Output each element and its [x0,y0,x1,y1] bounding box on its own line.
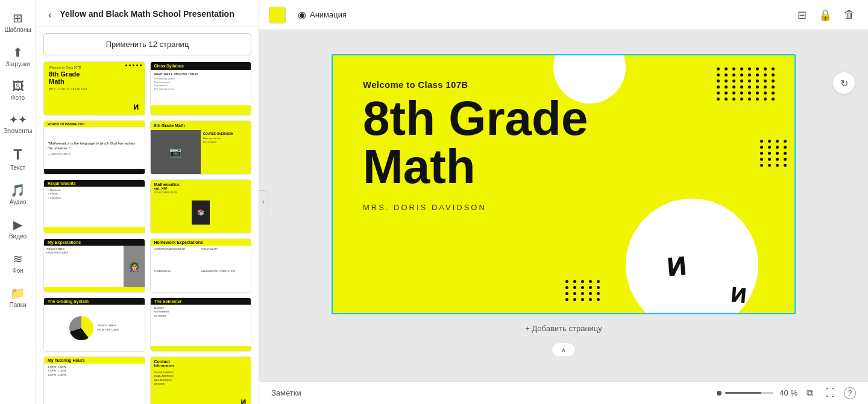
thumbnail-12[interactable]: Contact Information PHONE NUMBEREMAIL AD… [150,356,252,404]
slides-grid: Welcome to Class 107B 8th GradeMath MRS.… [36,61,259,404]
lock-icon[interactable]: 🔒 [815,6,835,24]
animation-icon: ◉ [298,9,306,20]
thumbnail-7[interactable]: My Expectations THINGS I WANTFROM THIS C… [43,238,145,293]
sidebar-item-photos[interactable]: 🖼 Фото [2,75,34,106]
elements-icon: ✦✦ [9,113,27,126]
audio-icon: 🎵 [10,183,25,197]
decorative-dots-bottom [565,280,602,301]
thumbnail-2[interactable]: Class Syllabus WHAT WE'LL DISCUSS TODAY … [150,61,252,116]
notes-label: Заметки [271,388,301,397]
thumbnail-5[interactable]: Requirements ✓ Notebook✓ Pencils✓ Calcul… [43,179,145,234]
uploads-icon: ⬆ [13,45,23,60]
template-title: Yellow and Black Math School Presentatio… [60,8,234,19]
thumbnail-4[interactable]: 8th Grade Math 📷 COURSE OVERVIEW Here we… [150,120,252,175]
color-picker[interactable] [269,7,286,23]
thumbnail-10[interactable]: The Semester AUGUSTSEPTEMBEROCTOBER [150,297,252,352]
refresh-icon: ↻ [840,78,848,89]
fit-page-icon[interactable]: ⧉ [804,387,816,400]
thumbnail-1[interactable]: Welcome to Class 107B 8th GradeMath MRS.… [43,61,145,116]
add-page-button[interactable]: + Добавить страницу [332,318,796,339]
refresh-button[interactable]: ↻ [833,72,855,94]
filter-icon[interactable]: ⊟ [794,6,810,24]
slide-welcome-text: Welcome to Class 107B [363,79,764,90]
zoom-fill [725,392,761,394]
decorative-n-symbol-2: ᴎ [729,278,747,309]
decorative-n-symbol-1: ᴎ [664,246,687,284]
canvas-area: ⧉ ↑ ↻ [259,30,868,381]
thumbnail-11[interactable]: My Tutoring Hours 3:30PM - 5:30PM3:30PM … [43,356,145,404]
zoom-slider[interactable] [717,391,773,396]
back-button[interactable]: ‹ [46,10,54,20]
zoom-dot [717,391,722,396]
sidebar-item-uploads[interactable]: ⬆ Загрузки [2,40,34,72]
sidebar: ⊞ Шаблоны ⬆ Загрузки 🖼 Фото ✦✦ Элементы … [0,0,36,404]
template-panel: ‹ Yellow and Black Math School Presentat… [36,0,259,404]
sidebar-item-elements[interactable]: ✦✦ Элементы [2,108,34,139]
sidebar-item-audio[interactable]: 🎵 Аудио [2,178,34,210]
sidebar-item-folders[interactable]: 📁 Папки [2,281,34,313]
thumbnail-3[interactable]: WORDS TO INSPIRE YOU "Mathematics is the… [43,120,145,175]
text-icon: T [13,146,22,163]
animation-button[interactable]: ◉ Анимация [293,7,351,23]
thumbnail-8[interactable]: Homework Expectations HOMEWORK ASSIGNMEN… [150,238,252,293]
animation-label: Анимация [310,10,347,19]
main-slide[interactable]: ᴎ ᴎ Welcome to Class 107B 8th Grade Math… [332,54,796,314]
background-icon: ≋ [13,252,23,266]
sidebar-item-text[interactable]: T Текст [2,141,34,176]
collapse-wrapper: ∧ [332,343,796,357]
collapse-notes-button[interactable]: ∧ [552,343,576,357]
panel-collapse-button[interactable]: ‹ [259,190,268,214]
help-icon[interactable]: ? [844,387,856,399]
sidebar-item-video[interactable]: ▶ Видео [2,213,34,244]
video-icon: ▶ [13,217,22,232]
template-header: ‹ Yellow and Black Math School Presentat… [36,0,259,27]
apply-template-button[interactable]: Применить 12 страниц [43,33,251,55]
folders-icon: 📁 [10,286,25,300]
zoom-value: 40 % [779,388,797,397]
zoom-track [725,392,773,394]
thumbnail-6[interactable]: Mathematics vol. XIV YOUR CLASS BOOK 📚 [150,179,252,234]
slide-main-title: 8th Grade Math [363,95,764,191]
fullscreen-icon[interactable]: ⛶ [822,387,838,400]
bottom-bar: Заметки 40 % ⧉ ⛶ ? [259,381,868,404]
sidebar-item-background[interactable]: ≋ Фон [2,247,34,279]
delete-icon[interactable]: 🗑 [840,6,858,23]
templates-icon: ⊞ [13,11,23,25]
sidebar-item-templates[interactable]: ⊞ Шаблоны [2,6,34,38]
slide-subtitle: MRS. DORIS DAVIDSON [363,203,764,212]
top-right-tools: ⊟ 🔒 🗑 [794,6,858,24]
thumbnail-9[interactable]: The Grading System TRENDS I WANTFROM THI… [43,297,145,352]
photos-icon: 🖼 [12,79,24,93]
top-toolbar: ◉ Анимация ⊟ 🔒 🗑 [259,0,868,30]
slide-content: Welcome to Class 107B 8th Grade Math MRS… [333,55,794,236]
main-area: ◉ Анимация ⊟ 🔒 🗑 ⧉ ↑ ↻ [259,0,868,404]
bottom-right-tools: 40 % ⧉ ⛶ ? [717,387,856,400]
